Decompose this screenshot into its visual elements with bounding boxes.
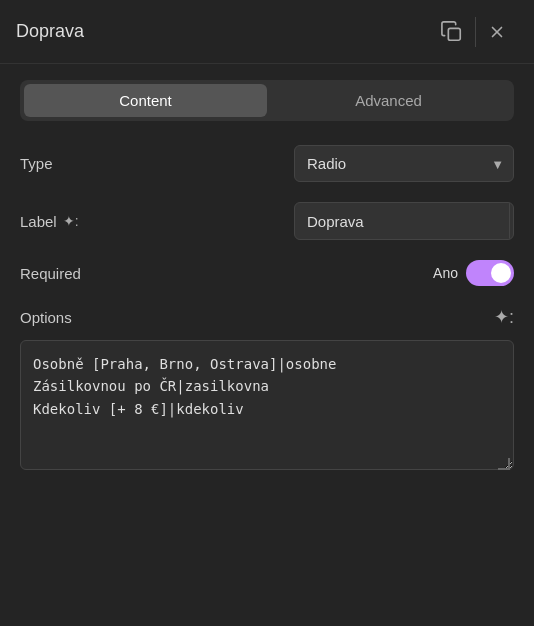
required-toggle-wrap: Ano	[433, 260, 514, 286]
required-toggle[interactable]	[466, 260, 514, 286]
type-label: Type	[20, 155, 53, 172]
type-row: Type Radio Checkbox Text Select ▼	[20, 145, 514, 182]
type-select[interactable]: Radio Checkbox Text Select	[294, 145, 514, 182]
options-row: Options ✦:	[20, 306, 514, 328]
panel-body: Content Advanced Type Radio Checkbox Tex…	[0, 64, 534, 490]
panel: Doprava Content Advanced	[0, 0, 534, 626]
panel-title: Doprava	[16, 21, 84, 42]
tab-advanced[interactable]: Advanced	[267, 84, 510, 117]
label-input-wrap	[294, 202, 514, 240]
toggle-ano-label: Ano	[433, 265, 458, 281]
type-select-wrap: Radio Checkbox Text Select ▼	[294, 145, 514, 182]
sparkle-label-icon: ✦:	[63, 213, 79, 229]
required-label: Required	[20, 265, 81, 282]
options-textarea-container: Osobně [Praha, Brno, Ostrava]|osobne Zás…	[20, 340, 514, 474]
panel-header: Doprava	[0, 0, 534, 64]
label-input[interactable]	[295, 204, 509, 239]
required-row: Required Ano	[20, 260, 514, 286]
copy-button[interactable]	[429, 13, 475, 51]
svg-rect-0	[448, 28, 460, 40]
toggle-slider	[466, 260, 514, 286]
options-textarea[interactable]: Osobně [Praha, Brno, Ostrava]|osobne Zás…	[20, 340, 514, 470]
header-actions	[429, 13, 518, 51]
sparkle-options-icon[interactable]: ✦:	[494, 306, 514, 328]
label-label: Label ✦:	[20, 213, 79, 230]
label-row: Label ✦:	[20, 202, 514, 240]
database-icon-button[interactable]	[509, 203, 514, 239]
tab-content[interactable]: Content	[24, 84, 267, 117]
close-button[interactable]	[476, 15, 518, 49]
options-label: Options	[20, 309, 72, 326]
tab-bar: Content Advanced	[20, 80, 514, 121]
